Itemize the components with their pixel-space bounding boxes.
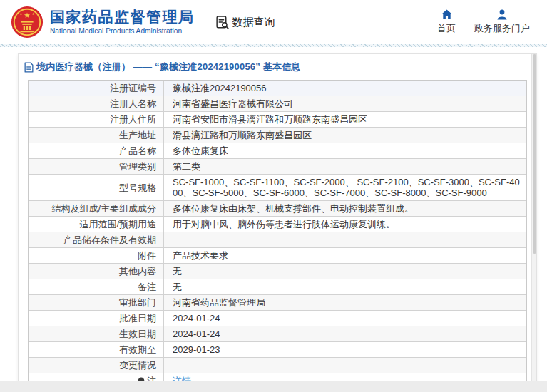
page-icon [24,62,34,73]
nav-portal-label: 政务服务门户 [474,22,530,35]
svg-text:★: ★ [19,12,22,16]
table-row: 批准日期2024-01-24 [29,311,526,326]
svg-text:★: ★ [24,11,30,19]
org-name-zh: 国家药品监督管理局 [50,9,195,26]
table-row: 生产地址滑县漓江路和万顺路东南盛昌园区 [29,128,526,143]
table-row: 适用范围/预期用途用于对脑中风、脑外伤等患者进行肢体运动康复训练。 [29,217,526,232]
row-value: 多体位康复床 [164,143,526,158]
row-value: 用于对脑中风、脑外伤等患者进行肢体运动康复训练。 [164,217,526,232]
table-row: 管理类别第二类 [29,159,526,175]
header-nav: 首页 政务服务门户 [437,9,533,35]
row-value: 滑县漓江路和万顺路东南盛昌园区 [164,128,526,143]
table-row: 注册人住所河南省安阳市滑县漓江路和万顺路东南盛昌园区 [29,112,526,128]
row-label: 审批部门 [29,295,164,310]
table-row: 审批部门河南省药品监督管理局 [29,295,526,311]
row-value: 产品技术要求 [164,248,526,263]
row-value: 2029-01-23 [164,342,526,357]
data-query-label: 数据查询 [232,16,275,29]
nav-home[interactable]: 首页 [437,9,456,35]
row-label: 生效日期 [29,326,164,341]
site-header: ★ ★ ★ 国家药品监督管理局 National Medical Product… [0,0,547,44]
row-value: 多体位康复床由床架、机械支撑部件、电动控制装置组成。 [164,201,526,216]
table-row: 有效期至2029-01-23 [29,342,526,358]
row-value: 2024-01-24 [164,311,526,326]
row-label: 批准日期 [29,311,164,326]
row-label: 结构及组成/主要组成成分 [29,201,164,216]
person-icon [496,9,508,20]
row-label: 备注 [29,279,164,294]
row-label: 附件 [29,248,164,263]
breadcrumb-text: 境内医疗器械（注册） —— “豫械注准20242190056” 基本信息 [36,61,301,73]
row-value: 河南省药品监督管理局 [164,295,526,310]
svg-text:★: ★ [31,12,34,16]
row-value [164,232,526,247]
row-label: 注册人住所 [29,112,164,127]
row-label: 产品名称 [29,143,164,158]
table-row: 型号规格SC-SF-1000、SC-SF-1100、SC-SF-2000、 SC… [29,175,526,201]
breadcrumb: 境内医疗器械（注册） —— “豫械注准20242190056” 基本信息 [19,54,536,78]
nav-home-label: 首页 [437,22,456,35]
row-value: 无 [164,264,526,279]
home-icon [441,9,453,20]
row-value: 河南省盛昌医疗器械有限公司 [164,96,526,111]
row-label: 注册证编号 [29,81,164,96]
row-label: 产品储存条件及有效期 [29,232,164,247]
row-label: 变更情况 [29,358,164,373]
row-label: 注册人名称 [29,96,164,111]
row-label: 其他内容 [29,264,164,279]
table-row: 结构及组成/主要组成成分多体位康复床由床架、机械支撑部件、电动控制装置组成。 [29,201,526,217]
table-row: 注册人名称河南省盛昌医疗器械有限公司 [29,96,526,112]
row-value: 河南省安阳市滑县漓江路和万顺路东南盛昌园区 [164,112,526,127]
row-value [164,358,526,373]
national-emblem-icon: ★ ★ ★ [11,6,44,38]
data-query-section[interactable]: 数据查询 [215,15,275,30]
row-label: 生产地址 [29,128,164,143]
table-row: 其他内容无 [29,264,526,279]
row-label: 型号规格 [29,175,164,200]
row-value: 2024-01-24 [164,326,526,341]
row-value: 无 [164,279,526,294]
table-row: 附件产品技术要求 [29,248,526,264]
nav-portal[interactable]: 政务服务门户 [474,9,530,35]
row-value: SC-SF-1000、SC-SF-1100、SC-SF-2000、 SC-SF-… [164,175,526,200]
main-area: 境内医疗器械（注册） —— “豫械注准20242190056” 基本信息 注册证… [0,47,547,381]
row-label: 管理类别 [29,159,164,174]
document-search-icon [215,15,230,30]
table-row: 产品名称多体位康复床 [29,143,526,159]
row-value: 豫械注准20242190056 [164,81,526,96]
footer-band [0,381,547,392]
row-value: 第二类 [164,159,526,174]
table-row: 产品储存条件及有效期 [29,232,526,248]
org-name-en: National Medical Products Administration [50,26,195,36]
detail-table: 注册证编号豫械注准20242190056注册人名称河南省盛昌医疗器械有限公司注册… [28,80,527,389]
content-container: 境内医疗器械（注册） —— “豫械注准20242190056” 基本信息 注册证… [18,53,537,392]
row-label: 有效期至 [29,342,164,357]
table-row: 变更情况 [29,358,526,373]
org-names: 国家药品监督管理局 National Medical Products Admi… [50,9,195,36]
table-row: 备注无 [29,279,526,295]
row-label: 适用范围/预期用途 [29,217,164,232]
scrollbar-thumb[interactable] [533,54,536,254]
table-row: 注册证编号豫械注准20242190056 [29,81,526,96]
vertical-scrollbar[interactable] [531,54,536,392]
nmpa-logo[interactable]: ★ ★ ★ 国家药品监督管理局 National Medical Product… [11,6,195,38]
table-row: 生效日期2024-01-24 [29,326,526,342]
